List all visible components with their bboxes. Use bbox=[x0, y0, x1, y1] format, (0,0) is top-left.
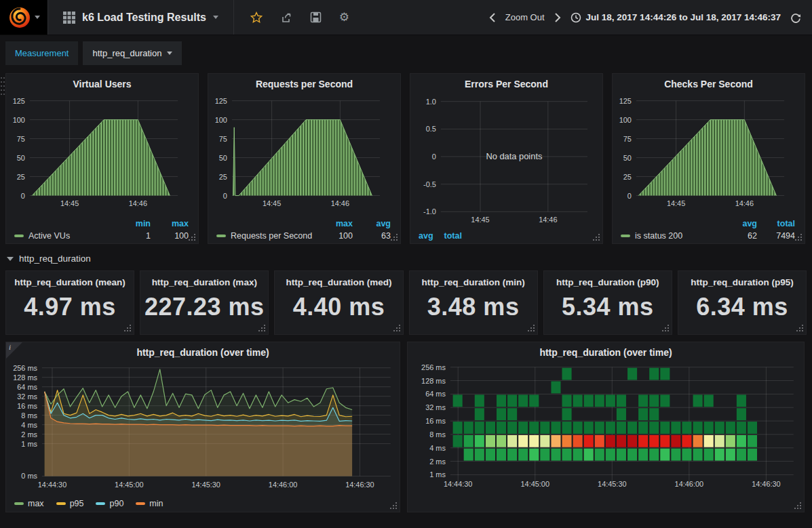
legend-series-label[interactable]: p90 bbox=[96, 499, 123, 508]
legend-stat-header[interactable]: avg bbox=[419, 231, 433, 241]
singlestat-row: http_req_duration (mean)4.97 mshttp_req_… bbox=[5, 270, 807, 335]
legend-stat-header[interactable]: total bbox=[757, 219, 795, 228]
svg-text:64 ms: 64 ms bbox=[425, 390, 446, 398]
svg-text:14:44:30: 14:44:30 bbox=[444, 480, 472, 488]
svg-text:16 ms: 16 ms bbox=[425, 417, 446, 425]
svg-text:4 ms: 4 ms bbox=[21, 421, 37, 429]
variable-value-text: http_req_duration bbox=[92, 48, 161, 58]
time-range-picker[interactable]: Jul 18, 2017 14:44:26 to Jul 18, 2017 14… bbox=[571, 12, 781, 23]
dashboard-title-button[interactable]: k6 Load Testing Results bbox=[48, 0, 233, 35]
svg-text:14:46: 14:46 bbox=[735, 199, 754, 207]
stat-value: 4.40 ms bbox=[275, 293, 402, 321]
resize-handle[interactable] bbox=[794, 502, 802, 510]
resize-handle[interactable] bbox=[389, 502, 398, 510]
resize-handle[interactable] bbox=[258, 324, 266, 332]
legend-series-label[interactable]: min bbox=[136, 499, 163, 508]
resize-handle[interactable] bbox=[661, 324, 670, 332]
svg-text:14:45: 14:45 bbox=[667, 199, 685, 207]
stat-value: 6.34 ms bbox=[678, 293, 806, 321]
legend-series-label[interactable]: p95 bbox=[56, 499, 84, 508]
legend-stat-value: 62 bbox=[722, 231, 757, 241]
legend-series-swatch bbox=[216, 235, 226, 237]
panel-legend: avgtotal bbox=[419, 231, 593, 241]
panel-title[interactable]: http_req_duration (p90) bbox=[544, 271, 672, 287]
svg-text:0.5: 0.5 bbox=[426, 125, 436, 133]
section-header[interactable]: http_req_duration bbox=[5, 244, 807, 270]
panel-legend: minmaxActive VUs1100 bbox=[14, 219, 189, 241]
svg-text:1.0: 1.0 bbox=[426, 98, 436, 106]
panel-duration-over-time: 256 ms128 ms64 ms32 ms16 ms8 ms4 ms2 ms1… bbox=[5, 342, 400, 512]
svg-text:75: 75 bbox=[17, 135, 25, 143]
resize-handle[interactable] bbox=[794, 233, 803, 241]
gear-icon: ⚙ bbox=[339, 10, 349, 24]
save-icon bbox=[310, 12, 322, 23]
errors-per-second-chart: 1.00.50-0.5-1.014:4514:46No data points bbox=[410, 74, 602, 243]
svg-text:14:46:30: 14:46:30 bbox=[345, 481, 374, 489]
panel-title[interactable]: http_req_duration (min) bbox=[410, 271, 537, 287]
grafana-logo[interactable] bbox=[0, 0, 47, 35]
zoom-out-button[interactable]: Zoom Out bbox=[505, 12, 545, 22]
svg-text:0 ms: 0 ms bbox=[21, 472, 37, 480]
svg-text:256 ms: 256 ms bbox=[13, 364, 37, 372]
svg-text:125: 125 bbox=[13, 97, 25, 105]
resize-handle[interactable] bbox=[796, 324, 804, 332]
svg-text:14:46: 14:46 bbox=[331, 199, 349, 207]
resize-handle[interactable] bbox=[123, 324, 132, 332]
panel-title[interactable]: http_req_duration (med) bbox=[275, 271, 402, 287]
time-shift-forward-button[interactable] bbox=[554, 12, 561, 23]
virtual-users-chart: 125100755025014:4514:46 bbox=[6, 74, 198, 243]
resize-handle[interactable] bbox=[393, 324, 401, 332]
svg-text:14:45:30: 14:45:30 bbox=[191, 481, 220, 489]
save-button[interactable] bbox=[310, 12, 322, 23]
time-shift-back-button[interactable] bbox=[489, 12, 496, 23]
svg-text:125: 125 bbox=[215, 97, 227, 105]
resize-handle[interactable] bbox=[390, 233, 398, 241]
svg-text:14:45: 14:45 bbox=[263, 199, 281, 207]
svg-text:50: 50 bbox=[623, 154, 632, 162]
legend-series-label[interactable]: is status 200 bbox=[621, 231, 722, 241]
star-button[interactable] bbox=[250, 12, 263, 24]
legend-series-swatch bbox=[621, 235, 630, 237]
clock-icon bbox=[571, 12, 581, 23]
svg-text:256 ms: 256 ms bbox=[421, 363, 446, 371]
legend-stat-header[interactable]: max bbox=[317, 219, 353, 228]
svg-text:2 ms: 2 ms bbox=[429, 458, 446, 466]
legend-series-label[interactable]: Active VUs bbox=[14, 231, 115, 241]
settings-button[interactable]: ⚙ bbox=[339, 10, 349, 24]
panel-legend: maxavgRequests per Second10063 bbox=[216, 219, 391, 241]
legend-series-label[interactable]: max bbox=[14, 499, 44, 508]
panel-title[interactable]: http_req_duration (p95) bbox=[678, 271, 806, 287]
legend-series-swatch bbox=[14, 502, 24, 505]
time-range-text: Jul 18, 2017 14:44:26 to Jul 18, 2017 14… bbox=[586, 12, 781, 22]
chevron-down-icon bbox=[213, 16, 218, 19]
variable-value-dropdown[interactable]: http_req_duration bbox=[83, 41, 182, 65]
share-button[interactable] bbox=[280, 12, 292, 24]
svg-text:25: 25 bbox=[623, 173, 632, 181]
panel-errors-per-second: 1.00.50-0.5-1.014:4514:46No data points … bbox=[410, 73, 603, 244]
resize-handle[interactable] bbox=[592, 233, 600, 241]
chevron-left-icon bbox=[489, 12, 496, 23]
legend-stat-header[interactable]: avg bbox=[722, 219, 757, 228]
legend-stat-header[interactable]: max bbox=[151, 219, 189, 228]
svg-text:14:46: 14:46 bbox=[539, 216, 557, 224]
legend-stat-header[interactable]: avg bbox=[353, 219, 391, 228]
star-icon bbox=[250, 12, 263, 24]
legend-stat-header[interactable]: min bbox=[115, 219, 151, 228]
navbar-spacer bbox=[366, 0, 489, 35]
checks-per-second-chart: 125100755025014:4514:46 bbox=[613, 74, 805, 243]
svg-text:75: 75 bbox=[623, 135, 632, 143]
panel-title[interactable]: http_req_duration (mean) bbox=[6, 271, 134, 287]
resize-handle[interactable] bbox=[188, 233, 196, 241]
stat-value: 5.34 ms bbox=[544, 293, 672, 321]
svg-text:50: 50 bbox=[17, 154, 25, 162]
refresh-button[interactable] bbox=[790, 12, 801, 23]
svg-text:-1.0: -1.0 bbox=[423, 207, 436, 216]
resize-handle[interactable] bbox=[527, 324, 535, 332]
legend-series-label[interactable]: Requests per Second bbox=[216, 231, 317, 241]
panel-title[interactable]: http_req_duration (max) bbox=[140, 271, 268, 287]
svg-text:32 ms: 32 ms bbox=[425, 403, 446, 411]
svg-text:14:46:30: 14:46:30 bbox=[752, 480, 780, 488]
legend-stat-header[interactable]: total bbox=[444, 231, 462, 241]
svg-text:0: 0 bbox=[432, 153, 436, 161]
panel-info-corner[interactable]: i bbox=[6, 342, 22, 359]
